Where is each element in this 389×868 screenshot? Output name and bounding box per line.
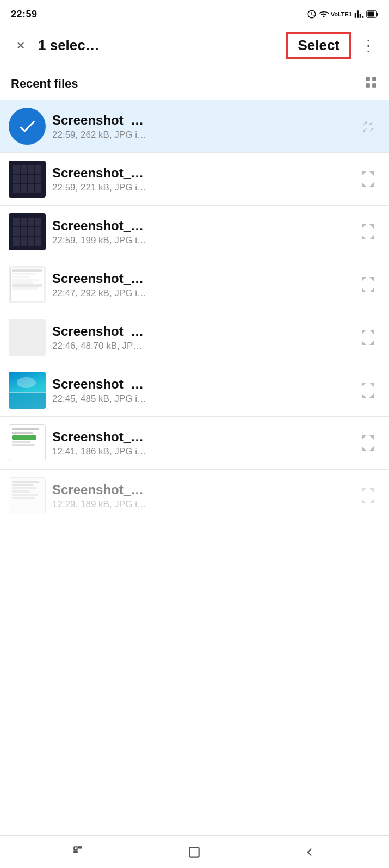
file-thumbnail	[9, 424, 46, 461]
svg-marker-10	[369, 224, 374, 229]
svg-marker-29	[362, 488, 366, 493]
file-meta: 12:41, 186 kB, JPG i…	[52, 446, 354, 457]
file-name: Screenshot_…	[52, 429, 354, 445]
file-name: Screenshot_…	[52, 113, 354, 128]
svg-marker-22	[369, 383, 374, 387]
file-info: Screenshot_… 22:46, 48.70 kB, JP…	[46, 324, 361, 352]
more-options-button[interactable]: ⋮	[356, 34, 380, 58]
svg-text:↗ ↙: ↗ ↙	[362, 120, 374, 126]
svg-marker-14	[369, 277, 374, 281]
file-name: Screenshot_…	[52, 482, 354, 497]
svg-rect-36	[190, 847, 199, 857]
file-item[interactable]: Screenshot_… 12:41, 186 kB, JPG i…	[0, 417, 389, 470]
svg-marker-17	[362, 330, 366, 334]
expand-button[interactable]	[361, 486, 380, 506]
back-button[interactable]	[293, 839, 326, 866]
file-item[interactable]: Screenshot_… 12:29, 189 kB, JPG i…	[0, 470, 389, 522]
recent-apps-button[interactable]	[63, 839, 96, 866]
file-name: Screenshot_…	[52, 377, 354, 392]
section-header: Recent files	[0, 65, 389, 100]
file-meta: 22:45, 485 kB, JPG i…	[52, 393, 354, 404]
file-info: Screenshot_… 12:29, 189 kB, JPG i…	[46, 482, 361, 510]
file-meta: 22:46, 48.70 kB, JP…	[52, 341, 354, 352]
file-info: Screenshot_… 22:59, 221 kB, JPG i…	[46, 165, 361, 193]
battery-icon: VoLTE1	[307, 9, 378, 19]
svg-marker-9	[362, 224, 366, 229]
expand-button[interactable]	[361, 222, 380, 242]
svg-rect-35	[74, 851, 77, 852]
file-info: Screenshot_… 12:41, 186 kB, JPG i…	[46, 429, 361, 457]
grid-view-button[interactable]	[364, 75, 378, 93]
status-bar: 22:59 VoLTE1	[0, 0, 389, 26]
svg-marker-12	[369, 235, 374, 239]
file-thumbnail-selected	[9, 108, 46, 145]
file-item[interactable]: Screenshot_… 22:59, 199 kB, JPG i…	[0, 206, 389, 258]
expand-button[interactable]	[361, 275, 380, 294]
status-icons: VoLTE1	[307, 9, 378, 19]
expand-button[interactable]: ↗ ↙ ↙ ↗	[361, 116, 380, 136]
svg-rect-33	[74, 847, 77, 849]
file-name: Screenshot_…	[52, 165, 354, 181]
svg-rect-2	[368, 12, 374, 17]
file-item[interactable]: Screenshot_… 22:59, 221 kB, JPG i…	[0, 153, 389, 206]
file-list: Screenshot_… 22:59, 262 kB, JPG i… ↗ ↙ ↙…	[0, 100, 389, 522]
file-info: Screenshot_… 22:45, 485 kB, JPG i…	[46, 377, 361, 404]
svg-marker-19	[362, 341, 366, 345]
svg-marker-11	[362, 235, 366, 239]
file-info: Screenshot_… 22:47, 292 kB, JPG i…	[46, 271, 361, 299]
svg-marker-18	[369, 330, 374, 334]
svg-marker-21	[362, 383, 366, 387]
file-meta: 22:47, 292 kB, JPG i…	[52, 288, 354, 299]
svg-marker-6	[369, 171, 374, 176]
svg-marker-16	[369, 288, 374, 292]
svg-marker-8	[369, 182, 374, 187]
file-info: Screenshot_… 22:59, 262 kB, JPG i…	[46, 113, 361, 140]
expand-button[interactable]	[361, 433, 380, 453]
file-name: Screenshot_…	[52, 271, 354, 286]
file-thumbnail	[9, 161, 46, 198]
file-name: Screenshot_…	[52, 218, 354, 233]
svg-marker-7	[362, 182, 366, 187]
file-thumbnail	[9, 477, 46, 514]
file-info: Screenshot_… 22:59, 199 kB, JPG i…	[46, 218, 361, 246]
svg-marker-30	[369, 488, 374, 493]
file-item[interactable]: Screenshot_… 22:47, 292 kB, JPG i…	[0, 258, 389, 311]
status-time: 22:59	[11, 9, 38, 20]
home-button[interactable]	[178, 839, 211, 866]
svg-marker-25	[362, 435, 366, 440]
app-bar: × 1 selec… Select ⋮	[0, 26, 389, 65]
svg-marker-5	[362, 171, 366, 176]
svg-marker-31	[362, 499, 366, 503]
svg-marker-23	[362, 393, 366, 398]
svg-marker-13	[362, 277, 366, 281]
svg-rect-34	[78, 847, 81, 848]
file-item[interactable]: Screenshot_… 22:46, 48.70 kB, JP…	[0, 311, 389, 364]
svg-marker-20	[369, 341, 374, 345]
file-item[interactable]: Screenshot_… 22:45, 485 kB, JPG i…	[0, 364, 389, 417]
svg-rect-1	[376, 13, 378, 16]
svg-text:↙ ↗: ↙ ↗	[362, 126, 374, 133]
file-meta: 22:59, 199 kB, JPG i…	[52, 235, 354, 246]
expand-button[interactable]	[361, 328, 380, 347]
file-thumbnail	[9, 372, 46, 409]
file-thumbnail	[9, 266, 46, 303]
file-meta: 22:59, 262 kB, JPG i…	[52, 130, 354, 140]
close-button[interactable]: ×	[9, 34, 33, 58]
svg-marker-27	[362, 446, 366, 451]
file-thumbnail	[9, 213, 46, 250]
file-item[interactable]: Screenshot_… 22:59, 262 kB, JPG i… ↗ ↙ ↙…	[0, 100, 389, 153]
file-meta: 22:59, 221 kB, JPG i…	[52, 182, 354, 193]
svg-marker-26	[369, 435, 374, 440]
file-name: Screenshot_…	[52, 324, 354, 339]
expand-button[interactable]	[361, 380, 380, 400]
file-thumbnail	[9, 319, 46, 356]
bottom-nav	[0, 835, 389, 868]
svg-marker-15	[362, 288, 366, 292]
section-title: Recent files	[11, 77, 78, 91]
select-button[interactable]: Select	[286, 32, 351, 59]
svg-marker-32	[369, 499, 374, 503]
expand-button[interactable]	[361, 169, 380, 189]
file-meta: 12:29, 189 kB, JPG i…	[52, 499, 354, 510]
selection-count-title: 1 selec…	[38, 37, 281, 54]
svg-marker-28	[369, 446, 374, 451]
